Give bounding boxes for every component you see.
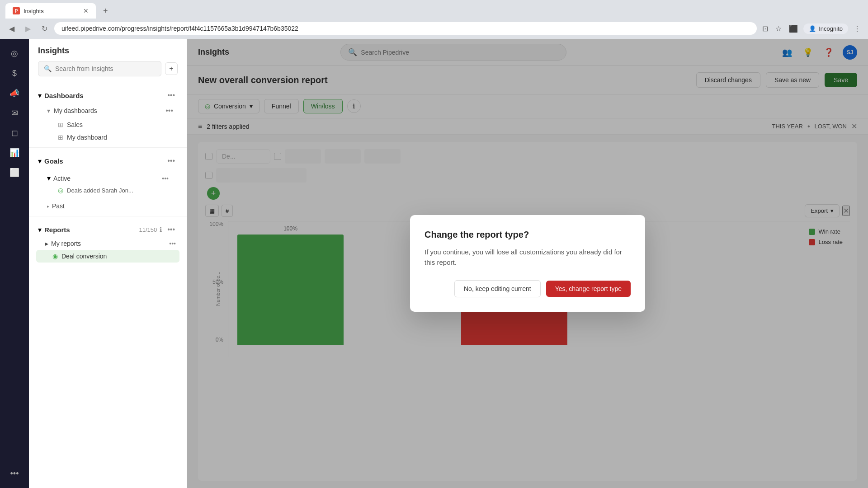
reports-label: Reports	[44, 226, 134, 234]
icon-sidebar: ◎ $ 📣 ✉ ◻ 📊 ⬜ •••	[0, 39, 29, 488]
deals-added-item[interactable]: ◎ Deals added Sarah Jon...	[43, 184, 172, 196]
active-section: ▾ Active ••• ◎ Deals added Sarah Jon...	[36, 169, 179, 200]
deal-conversion-label: Deal conversion	[61, 253, 107, 260]
left-panel-header: Insights 🔍 +	[29, 39, 187, 82]
tab-favicon: P	[13, 7, 20, 14]
my-reports-label: My reports	[51, 240, 81, 247]
reports-section: ▾ Reports 11/150 ℹ ••• ▸ My reports ••• …	[29, 216, 187, 268]
main-content: Insights 🔍 👥 💡 ❓ SJ New overall conversi…	[187, 39, 868, 488]
goals-label: Goals	[44, 157, 162, 165]
nav-forward-button[interactable]: ▶	[22, 22, 34, 35]
bookmark-button[interactable]: ☆	[774, 23, 783, 35]
modal-cancel-button[interactable]: No, keep editing current	[454, 280, 541, 297]
reports-count: 11/150	[139, 226, 157, 233]
sales-item[interactable]: ⊞ Sales	[36, 118, 179, 131]
past-item[interactable]: ▸ Past	[36, 200, 179, 212]
tab-title: Insights	[24, 8, 80, 14]
expand-icon: ▾	[47, 107, 50, 114]
dashboards-more-icon[interactable]: •••	[165, 90, 178, 100]
past-label: Past	[52, 202, 65, 210]
goals-header[interactable]: ▾ Goals •••	[36, 153, 179, 169]
reports-collapse-icon: ▾	[38, 225, 42, 234]
modal: Change the report type? If you continue,…	[410, 215, 645, 312]
left-panel-title: Insights	[38, 46, 178, 56]
extensions-button[interactable]: ⬛	[787, 23, 800, 35]
tab-close-icon[interactable]: ✕	[83, 7, 89, 14]
past-expand-icon: ▸	[47, 204, 49, 209]
browser-actions: ⊡ ☆ ⬛ 👤 Incognito ⋮	[760, 23, 863, 35]
goals-more-icon[interactable]: •••	[165, 156, 178, 166]
dashboards-collapse-icon: ▾	[38, 91, 42, 100]
sidebar-deals-item[interactable]: $	[5, 64, 24, 82]
sidebar-home-item[interactable]: ◎	[5, 44, 24, 62]
browser-navbar: ◀ ▶ ↻ ⊡ ☆ ⬛ 👤 Incognito ⋮	[0, 18, 868, 39]
my-reports-item[interactable]: ▸ My reports •••	[36, 237, 179, 250]
active-more-icon[interactable]: •••	[162, 175, 169, 182]
modal-actions: No, keep editing current Yes, change rep…	[425, 280, 631, 297]
menu-button[interactable]: ⋮	[852, 23, 863, 35]
search-bar[interactable]: 🔍	[38, 61, 161, 76]
my-dashboards-more-icon[interactable]: •••	[163, 106, 176, 116]
cast-button[interactable]: ⊡	[760, 23, 770, 35]
modal-overlay: Change the report type? If you continue,…	[187, 39, 868, 488]
sidebar-activities-item[interactable]: 📣	[5, 84, 24, 102]
goals-section: ▾ Goals ••• ▾ Active ••• ◎ Deals added S…	[29, 147, 187, 216]
reports-info-icon[interactable]: ℹ	[160, 226, 162, 233]
browser-titlebar: P Insights ✕ +	[0, 0, 868, 18]
my-dashboard-item[interactable]: ⊞ My dashboard	[36, 131, 179, 144]
add-button[interactable]: +	[165, 62, 178, 75]
active-header[interactable]: ▾ Active •••	[43, 172, 172, 184]
reports-more-icon[interactable]: •••	[165, 225, 178, 235]
nav-back-button[interactable]: ◀	[5, 22, 18, 35]
dashboards-label: Dashboards	[44, 92, 162, 99]
deal-conversion-item[interactable]: ◉ Deal conversion	[36, 250, 179, 263]
goals-collapse-icon: ▾	[38, 157, 42, 165]
my-reports-more-icon[interactable]: •••	[169, 240, 176, 247]
sidebar-more-item[interactable]: •••	[5, 465, 24, 483]
search-icon: 🔍	[44, 65, 52, 72]
browser-tab[interactable]: P Insights ✕	[5, 3, 96, 19]
new-tab-button[interactable]: +	[99, 5, 112, 18]
sidebar-products-item[interactable]: ⬜	[5, 164, 24, 182]
sidebar-goals-item[interactable]: ◻	[5, 124, 24, 142]
left-panel: Insights 🔍 + ▾ Dashboards ••• ▾ My dashb…	[29, 39, 187, 488]
grid-icon: ⊞	[58, 121, 63, 128]
incognito-button[interactable]: 👤 Incognito	[803, 23, 848, 34]
goal-icon: ◎	[58, 187, 63, 194]
my-dashboards-label: My dashboards	[54, 107, 159, 114]
active-label: Active	[53, 175, 159, 182]
dashboards-section: ▾ Dashboards ••• ▾ My dashboards ••• ⊞ S…	[29, 82, 187, 147]
sidebar-leads-item[interactable]: ✉	[5, 104, 24, 122]
modal-title: Change the report type?	[425, 230, 631, 240]
active-expand-icon: ▾	[47, 174, 51, 183]
modal-confirm-button[interactable]: Yes, change report type	[546, 281, 631, 297]
my-reports-expand-icon: ▸	[45, 240, 48, 247]
dashboards-header[interactable]: ▾ Dashboards •••	[36, 88, 179, 103]
reports-header[interactable]: ▾ Reports 11/150 ℹ •••	[36, 222, 179, 237]
my-dashboard-label: My dashboard	[67, 134, 176, 141]
modal-body: If you continue, you will lose all custo…	[425, 247, 631, 267]
sales-label: Sales	[67, 121, 176, 128]
my-dashboards-item[interactable]: ▾ My dashboards •••	[36, 103, 179, 118]
deal-conversion-icon: ◉	[52, 253, 58, 260]
search-input[interactable]	[55, 65, 156, 72]
nav-refresh-button[interactable]: ↻	[38, 22, 51, 35]
sidebar-insights-item[interactable]: 📊	[5, 144, 24, 162]
grid-icon-2: ⊞	[58, 134, 63, 141]
address-bar[interactable]	[54, 22, 757, 35]
deals-added-label: Deals added Sarah Jon...	[67, 187, 133, 194]
